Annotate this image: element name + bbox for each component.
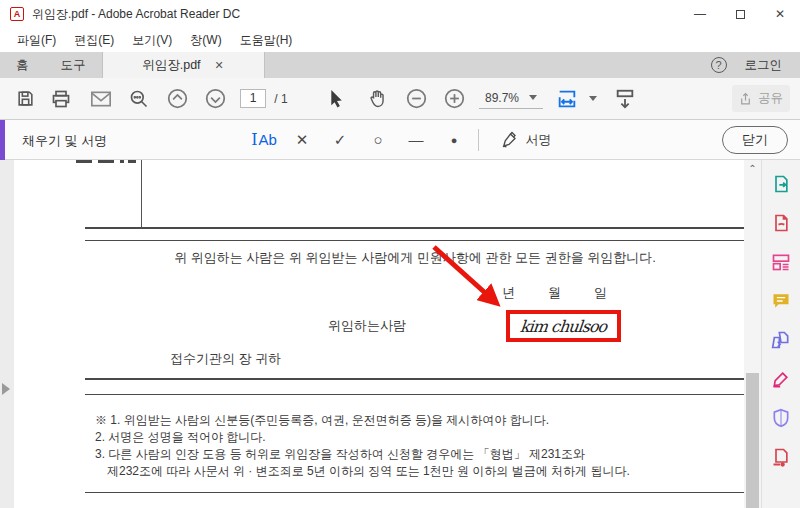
compress-pdf-icon [771, 447, 791, 467]
close-fill-sign-button[interactable]: 닫기 [722, 126, 788, 154]
cursor-icon [329, 89, 345, 108]
edit-pdf-icon [771, 252, 791, 272]
close-button[interactable]: ✕ [760, 0, 800, 28]
note-line: 제232조에 따라 사문서 위 · 변조죄로 5년 이하의 징역 또는 1천만 … [107, 463, 630, 480]
tab-close-icon[interactable]: ✕ [215, 59, 224, 72]
email-icon [91, 91, 111, 107]
page-up-icon [167, 88, 188, 109]
check-mark-tool[interactable]: ✓ [324, 120, 356, 159]
navigation-pane-strip [0, 160, 14, 508]
zoom-out-button[interactable] [400, 78, 432, 119]
minimize-button[interactable]: — [680, 0, 720, 28]
login-button[interactable]: 로그인 [745, 57, 783, 74]
previous-page-button[interactable] [162, 78, 192, 119]
recipient-line: 접수기관의 장 귀하 [170, 350, 281, 368]
share-label: 공유 [758, 90, 783, 107]
sign-label: 서명 [526, 131, 552, 149]
print-icon [51, 89, 71, 109]
share-button[interactable]: 공유 [732, 85, 790, 112]
sidebar-compress-pdf[interactable] [761, 440, 800, 474]
fit-width-dropdown[interactable] [586, 78, 600, 119]
table-cell-border [141, 160, 142, 227]
help-icon[interactable]: ? [711, 57, 727, 73]
delegator-label: 위임하는사람 [328, 317, 406, 335]
add-text-label: Ab [258, 131, 276, 148]
circle-tool[interactable]: ○ [362, 120, 394, 159]
clipped-text-remnant [76, 160, 92, 163]
dot-tool[interactable]: ● [438, 120, 470, 159]
fit-width-icon [556, 88, 578, 110]
day-label: 일 [594, 284, 607, 302]
pdf-page: 위 위임하는 사람은 위 위임받는 사람에게 민원사항에 관한 모든 권한을 위… [14, 160, 744, 508]
email-button[interactable] [86, 78, 116, 119]
next-page-button[interactable] [200, 78, 230, 119]
chevron-down-icon [589, 96, 597, 101]
sidebar-create-pdf[interactable] [761, 206, 800, 240]
fill-sign-divider [478, 129, 479, 151]
tab-tools[interactable]: 도구 [45, 52, 102, 78]
fill-sign-icon [771, 369, 791, 389]
zoom-level-value: 89.7% [485, 91, 519, 105]
tab-document-label: 위임장.pdf [142, 57, 200, 74]
hand-tool-button[interactable] [360, 78, 394, 119]
zoom-in-button[interactable] [438, 78, 470, 119]
title-bar: A 위임장.pdf - Adobe Acrobat Reader DC — ✕ [0, 0, 800, 28]
maximize-button[interactable] [720, 0, 760, 28]
tab-strip: 홈 도구 위임장.pdf ✕ [0, 52, 800, 78]
share-icon [739, 92, 752, 106]
window-title: 위임장.pdf - Adobe Acrobat Reader DC [32, 6, 240, 23]
save-button[interactable] [10, 78, 40, 119]
sidebar-export-pdf[interactable] [761, 167, 800, 201]
hand-icon [368, 89, 387, 108]
fountain-pen-icon [499, 131, 519, 149]
page-down-icon [205, 88, 226, 109]
scroll-up-icon[interactable]: ⌃ [744, 163, 761, 174]
menu-file[interactable]: 파일(F) [8, 29, 65, 52]
page-total-label: / 1 [268, 78, 294, 119]
table-rule [85, 394, 744, 395]
scrolling-mode-icon [614, 88, 636, 110]
clipped-text-remnant [120, 160, 124, 163]
menu-view[interactable]: 보기(V) [123, 29, 181, 52]
menu-window[interactable]: 창(W) [181, 29, 230, 52]
save-icon [16, 89, 35, 108]
x-mark-tool[interactable]: ✕ [286, 120, 318, 159]
page-number-field[interactable]: 1 [238, 78, 268, 119]
sidebar-fill-and-sign[interactable] [761, 362, 800, 396]
page-display-button[interactable] [608, 78, 642, 119]
pane-toggle-icon[interactable] [2, 383, 10, 395]
zoom-in-icon [444, 88, 465, 109]
add-text-tool[interactable]: IAb [244, 120, 284, 159]
menu-edit[interactable]: 편집(E) [65, 29, 123, 52]
table-rule [85, 378, 744, 380]
line-tool[interactable]: — [400, 120, 432, 159]
sidebar-protect[interactable] [761, 401, 800, 435]
menu-help[interactable]: 도움말(H) [231, 29, 302, 52]
note-line: ※ 1. 위임받는 사람의 신분등(주민등록증, 여권, 운전면허증 등)을 제… [95, 412, 549, 429]
sidebar-combine-files[interactable] [761, 323, 800, 357]
zoom-level-dropdown[interactable]: 89.7% [476, 78, 546, 119]
create-pdf-icon [771, 213, 791, 233]
signature-text[interactable]: kim chulsoo [519, 317, 607, 336]
clipped-text-remnant [128, 160, 136, 163]
tab-home[interactable]: 홈 [0, 52, 45, 78]
fit-width-button[interactable] [552, 78, 582, 119]
combine-files-icon [771, 330, 791, 350]
note-line: 3. 다른 사람의 인장 도용 등 허위로 위임장을 작성하여 신청할 경우에는… [95, 446, 585, 463]
comment-icon [771, 291, 791, 311]
text-cursor-icon: I [251, 130, 257, 149]
select-tool-button[interactable] [320, 78, 354, 119]
search-icon [129, 89, 149, 109]
search-button[interactable] [124, 78, 154, 119]
sidebar-edit-pdf[interactable] [761, 245, 800, 279]
sidebar-comment[interactable] [761, 284, 800, 318]
month-label: 월 [548, 284, 561, 302]
print-button[interactable] [46, 78, 76, 119]
tab-document[interactable]: 위임장.pdf ✕ [102, 52, 265, 78]
sign-tool[interactable]: 서명 [490, 120, 560, 159]
page-number-value[interactable]: 1 [240, 89, 266, 108]
shield-icon [771, 408, 791, 428]
scrollbar-thumb[interactable] [746, 373, 759, 508]
table-rule [85, 227, 744, 229]
fill-sign-accent-bar [0, 120, 5, 160]
